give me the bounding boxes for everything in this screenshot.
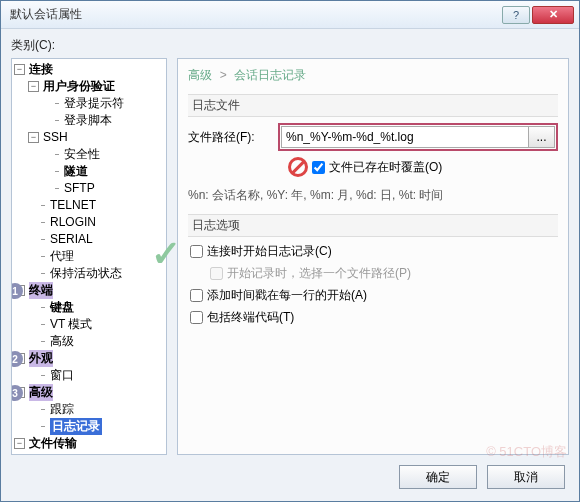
settings-pane: 高级 > 会话日志记录 日志文件 文件路径(F): ... 文件已存在时覆盖(O… [177, 58, 569, 455]
collapse-icon[interactable]: − [14, 438, 25, 449]
format-hint: %n: 会话名称, %Y: 年, %m: 月, %d: 日, %t: 时间 [188, 187, 558, 204]
collapse-icon[interactable]: − [14, 64, 25, 75]
tree-file-transfer[interactable]: 文件传输 [29, 435, 77, 452]
window-title: 默认会话属性 [6, 6, 502, 23]
help-button[interactable]: ? [502, 6, 530, 24]
collapse-icon[interactable]: − [28, 132, 39, 143]
ask-path-checkbox [210, 267, 223, 280]
browse-button[interactable]: ... [529, 126, 555, 148]
tree-serial[interactable]: SERIAL [50, 231, 93, 248]
collapse-icon[interactable]: − [28, 81, 39, 92]
start-on-connect-label: 连接时开始日志记录(C) [207, 243, 332, 260]
overwrite-label: 文件已存在时覆盖(O) [329, 159, 442, 176]
timestamp-label: 添加时间戳在每一行的开始(A) [207, 287, 367, 304]
tree-appearance[interactable]: 外观 [29, 350, 53, 367]
start-on-connect-checkbox[interactable] [190, 245, 203, 258]
tree-user-auth[interactable]: 用户身份验证 [43, 78, 115, 95]
ask-path-label: 开始记录时，选择一个文件路径(P) [227, 265, 411, 282]
tree-advanced[interactable]: 高级 [29, 384, 53, 401]
tree-adv-term[interactable]: 高级 [50, 333, 74, 350]
file-path-input[interactable] [281, 126, 529, 148]
prohibit-icon [288, 157, 308, 177]
tree-login-script[interactable]: 登录脚本 [64, 112, 112, 129]
breadcrumb-sep: > [220, 68, 227, 82]
tree-trace[interactable]: 跟踪 [50, 401, 74, 418]
overwrite-checkbox[interactable] [312, 161, 325, 174]
category-tree[interactable]: −连接 −用户身份验证 登录提示符 登录脚本 [11, 58, 167, 455]
category-label: 类别(C): [11, 37, 569, 54]
tree-keepalive[interactable]: 保持活动状态 [50, 265, 122, 282]
tree-proxy[interactable]: 代理 [50, 248, 74, 265]
dialog-window: 默认会话属性 ? ✕ 类别(C): −连接 −用户身份验证 [0, 0, 580, 502]
tree-keyboard[interactable]: 键盘 [50, 299, 74, 316]
titlebar: 默认会话属性 ? ✕ [1, 1, 579, 29]
tree-sftp[interactable]: SFTP [64, 180, 95, 197]
tree-login-prompt[interactable]: 登录提示符 [64, 95, 124, 112]
breadcrumb-leaf: 会话日志记录 [234, 68, 306, 82]
include-term-checkbox[interactable] [190, 311, 203, 324]
file-path-highlight: ... [278, 123, 558, 151]
tree-telnet[interactable]: TELNET [50, 197, 96, 214]
tree-ssh[interactable]: SSH [43, 129, 68, 146]
cancel-button[interactable]: 取消 [487, 465, 565, 489]
tree-rlogin[interactable]: RLOGIN [50, 214, 96, 231]
tree-vt[interactable]: VT 模式 [50, 316, 92, 333]
breadcrumb-root: 高级 [188, 68, 212, 82]
tree-tunnel[interactable]: 隧道 [64, 163, 88, 180]
group-log-file: 日志文件 [188, 94, 558, 117]
include-term-label: 包括终端代码(T) [207, 309, 294, 326]
file-path-label: 文件路径(F): [188, 129, 270, 146]
breadcrumb: 高级 > 会话日志记录 [188, 67, 558, 84]
close-button[interactable]: ✕ [532, 6, 574, 24]
tree-window[interactable]: 窗口 [50, 367, 74, 384]
tree-connection[interactable]: 连接 [29, 61, 53, 78]
ok-button[interactable]: 确定 [399, 465, 477, 489]
tree-logging[interactable]: 日志记录 [50, 418, 102, 435]
tree-security[interactable]: 安全性 [64, 146, 100, 163]
tree-terminal[interactable]: 终端 [29, 282, 53, 299]
timestamp-checkbox[interactable] [190, 289, 203, 302]
group-log-options: 日志选项 [188, 214, 558, 237]
